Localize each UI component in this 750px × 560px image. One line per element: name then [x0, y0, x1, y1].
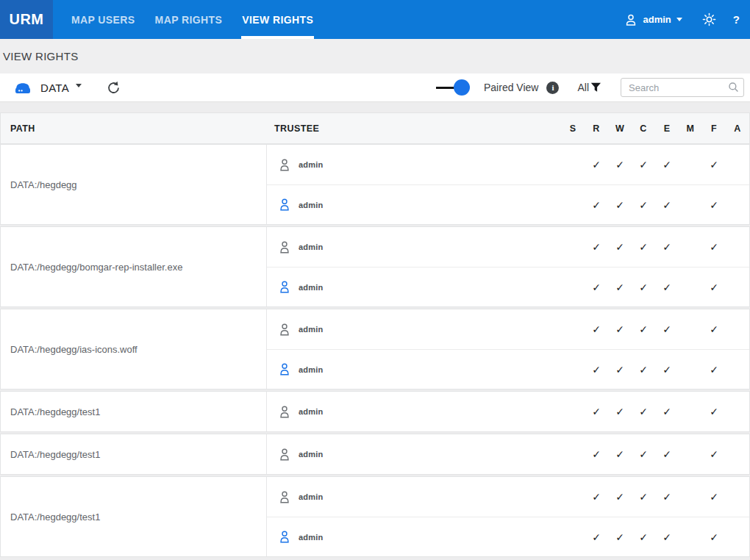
trustee-row[interactable]: admin ✓✓✓✓✓: [267, 434, 749, 474]
right-cell-e: ✓: [655, 281, 679, 294]
check-icon: ✓: [615, 281, 624, 293]
check-icon: ✓: [710, 241, 718, 253]
right-cell-s: [561, 490, 585, 503]
trustee-user-icon: [279, 490, 290, 504]
paired-view-toggle[interactable]: [436, 79, 470, 96]
right-cell-c: ✓: [632, 490, 655, 503]
check-icon: ✓: [662, 241, 671, 253]
right-cell-a: [726, 323, 749, 336]
trustee-row[interactable]: admin ✓✓✓✓✓: [267, 267, 749, 306]
right-cell-c: ✓: [632, 405, 655, 418]
trustee-rows: admin ✓✓✓✓✓ admin ✓✓✓✓✓: [267, 309, 749, 389]
check-icon: ✓: [639, 159, 648, 170]
check-icon: ✓: [639, 323, 648, 335]
trustee-name: admin: [299, 160, 323, 169]
paired-view-label: Paired View: [484, 82, 538, 93]
path-group: DATA:/hegdegg/ias-icons.woff admin ✓✓✓✓✓…: [0, 309, 750, 390]
refresh-button[interactable]: [107, 81, 121, 95]
right-cell-w: ✓: [608, 405, 632, 418]
check-icon: ✓: [710, 364, 718, 376]
check-icon: ✓: [592, 159, 601, 170]
trustee-row[interactable]: admin ✓✓✓✓✓: [267, 517, 749, 556]
right-cell-m: [679, 198, 702, 212]
right-cell-a: [726, 363, 749, 376]
check-icon: ✓: [662, 364, 671, 376]
trustee-row[interactable]: admin ✓✓✓✓✓: [267, 184, 749, 224]
chevron-down-icon: [76, 84, 82, 87]
right-cell-f: ✓: [702, 490, 726, 503]
tab-view-rights[interactable]: VIEW RIGHTS: [241, 0, 314, 39]
check-icon: ✓: [615, 364, 624, 376]
user-avatar-icon: [624, 13, 638, 26]
trustee-rights: ✓✓✓✓✓: [561, 363, 749, 376]
check-icon: ✓: [639, 406, 648, 417]
filter-button[interactable]: All: [577, 82, 601, 93]
trustee-rows: admin ✓✓✓✓✓ admin ✓✓✓✓✓: [267, 145, 749, 224]
trustee-rights: ✓✓✓✓✓: [561, 405, 749, 418]
trustee-name: admin: [299, 325, 323, 334]
column-header-w: W: [608, 123, 632, 134]
trustee-row[interactable]: admin ✓✓✓✓✓: [267, 309, 749, 349]
right-cell-w: ✓: [608, 240, 632, 254]
info-icon[interactable]: i: [546, 82, 559, 94]
trustee-rights: ✓✓✓✓✓: [561, 198, 749, 212]
check-icon: ✓: [615, 241, 624, 253]
check-icon: ✓: [615, 199, 624, 211]
settings-icon[interactable]: [702, 12, 716, 26]
table-header: PATH TRUSTEE SRWCEMFA: [0, 112, 750, 144]
toggle-knob[interactable]: [454, 79, 470, 96]
trustee-rights: ✓✓✓✓✓: [561, 531, 749, 544]
topbar: URM MAP USERS MAP RIGHTS VIEW RIGHTS adm…: [0, 0, 750, 39]
check-icon: ✓: [639, 531, 648, 543]
page-title: VIEW RIGHTS: [3, 50, 78, 62]
right-cell-m: [679, 240, 702, 254]
trustee-row[interactable]: admin ✓✓✓✓✓: [267, 145, 749, 184]
column-header-path: PATH: [1, 123, 267, 134]
path-text: DATA:/hegdegg/bomgar-rep-installer.exe: [10, 262, 182, 273]
search-input[interactable]: [621, 78, 744, 97]
trustee-rights: ✓✓✓✓✓: [561, 158, 749, 171]
right-cell-r: ✓: [585, 448, 608, 461]
trustee-row[interactable]: admin ✓✓✓✓✓: [267, 349, 749, 389]
trustee-rights: ✓✓✓✓✓: [561, 490, 749, 503]
volume-selector-label: DATA: [40, 82, 69, 94]
trustee-name: admin: [299, 533, 323, 542]
check-icon: ✓: [639, 281, 648, 293]
trustee-row[interactable]: admin ✓✓✓✓✓: [267, 227, 749, 267]
column-header-a: A: [726, 123, 749, 134]
right-cell-e: ✓: [655, 198, 679, 212]
chevron-down-icon[interactable]: [676, 18, 682, 21]
user-menu[interactable]: admin: [643, 14, 671, 25]
right-cell-c: ✓: [632, 281, 655, 294]
right-cell-m: [679, 448, 702, 461]
check-icon: ✓: [710, 448, 718, 460]
check-icon: ✓: [662, 199, 671, 211]
help-button[interactable]: ?: [733, 13, 740, 26]
check-icon: ✓: [615, 406, 624, 417]
trustee-row[interactable]: admin ✓✓✓✓✓: [267, 477, 749, 517]
right-cell-m: [679, 281, 702, 294]
right-cell-r: ✓: [585, 490, 608, 503]
column-header-r: R: [585, 123, 608, 134]
right-cell-f: ✓: [702, 198, 726, 212]
check-icon: ✓: [662, 531, 671, 543]
trustee-user-icon: [279, 530, 290, 544]
right-cell-s: [561, 240, 585, 254]
column-header-m: M: [679, 123, 702, 134]
right-cell-c: ✓: [632, 323, 655, 336]
right-cell-f: ✓: [702, 448, 726, 461]
trustee-name: admin: [299, 243, 323, 251]
trustee-row[interactable]: admin ✓✓✓✓✓: [267, 392, 749, 431]
search-box: [621, 78, 744, 97]
right-cell-c: ✓: [632, 158, 655, 171]
trustee-rights: ✓✓✓✓✓: [561, 323, 749, 336]
tab-map-rights[interactable]: MAP RIGHTS: [154, 0, 224, 39]
trustee-rows: admin ✓✓✓✓✓: [267, 392, 749, 431]
volume-selector[interactable]: DATA: [13, 80, 82, 96]
trustee-rights: ✓✓✓✓✓: [561, 448, 749, 461]
right-cell-m: [679, 490, 702, 503]
check-icon: ✓: [639, 199, 648, 211]
tab-map-users[interactable]: MAP USERS: [71, 0, 136, 39]
trustee-user-icon: [279, 362, 290, 376]
check-icon: ✓: [662, 281, 671, 293]
